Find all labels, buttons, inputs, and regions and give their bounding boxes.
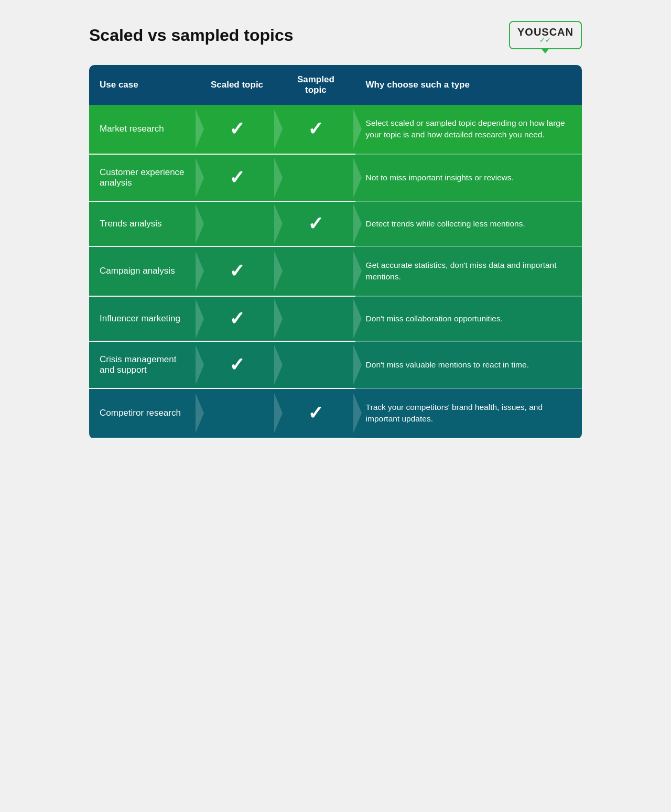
table-row: Customer experience analysis✓Not to miss… [89, 154, 582, 201]
table-body: Market research✓✓Select scaled or sample… [89, 105, 582, 438]
use-case-cell: Competiror research [89, 388, 198, 438]
scaled-cell [198, 201, 276, 246]
checkmark-icon: ✓ [229, 168, 245, 187]
sampled-cell [276, 341, 355, 388]
reason-cell: Detect trends while collecting less ment… [355, 201, 582, 246]
reason-cell: Not to miss important insights or review… [355, 154, 582, 201]
checkmark-icon: ✓ [229, 355, 245, 374]
reason-cell: Select scaled or sampled topic depending… [355, 105, 582, 154]
use-case-cell: Campaign analysis [89, 246, 198, 296]
table-container: Use case Scaled topic Sampled topic Why … [89, 65, 582, 439]
sampled-cell [276, 296, 355, 341]
col-why: Why choose such a type [355, 65, 582, 105]
reason-cell: Track your competitors' brand health, is… [355, 388, 582, 438]
sampled-cell [276, 154, 355, 201]
logo: YOUSCAN ✓✓ [509, 21, 582, 49]
logo-inner: YOUSCAN ✓✓ [517, 26, 573, 44]
table-row: Trends analysis✓Detect trends while coll… [89, 201, 582, 246]
table-row: Market research✓✓Select scaled or sample… [89, 105, 582, 154]
checkmark-icon: ✓ [308, 214, 323, 233]
table-row: Crisis management and support✓Don't miss… [89, 341, 582, 388]
sampled-cell: ✓ [276, 105, 355, 154]
use-case-cell: Trends analysis [89, 201, 198, 246]
table-row: Competiror research✓Track your competito… [89, 388, 582, 438]
sampled-cell: ✓ [276, 388, 355, 438]
table-row: Campaign analysis✓Get accurate statistic… [89, 246, 582, 296]
checkmark-icon: ✓ [229, 120, 245, 138]
table-row: Influencer marketing✓Don't miss collabor… [89, 296, 582, 341]
sampled-cell: ✓ [276, 201, 355, 246]
scaled-cell: ✓ [198, 246, 276, 296]
header: Scaled vs sampled topics YOUSCAN ✓✓ [89, 21, 582, 49]
reason-cell: Don't miss collaboration opportunities. [355, 296, 582, 341]
reason-cell: Get accurate statistics, don't miss data… [355, 246, 582, 296]
scaled-cell: ✓ [198, 154, 276, 201]
use-case-cell: Crisis management and support [89, 341, 198, 388]
checkmark-icon: ✓ [229, 262, 245, 280]
page-title: Scaled vs sampled topics [89, 26, 294, 45]
table-header: Use case Scaled topic Sampled topic Why … [89, 65, 582, 105]
scaled-cell: ✓ [198, 105, 276, 154]
reason-cell: Don't miss valuable mentions to react in… [355, 341, 582, 388]
use-case-cell: Customer experience analysis [89, 154, 198, 201]
use-case-cell: Market research [89, 105, 198, 154]
scaled-cell: ✓ [198, 296, 276, 341]
header-row: Use case Scaled topic Sampled topic Why … [89, 65, 582, 105]
col-sampled-topic: Sampled topic [276, 65, 355, 105]
use-case-cell: Influencer marketing [89, 296, 198, 341]
scaled-cell: ✓ [198, 341, 276, 388]
checkmark-icon: ✓ [308, 120, 323, 138]
col-scaled-topic: Scaled topic [198, 65, 276, 105]
logo-checkmark-icon: ✓✓ [539, 36, 551, 44]
page-wrapper: Scaled vs sampled topics YOUSCAN ✓✓ Use … [73, 0, 598, 460]
checkmark-icon: ✓ [308, 404, 323, 423]
scaled-cell [198, 388, 276, 438]
checkmark-icon: ✓ [229, 309, 245, 328]
sampled-cell [276, 246, 355, 296]
comparison-table: Use case Scaled topic Sampled topic Why … [89, 65, 582, 439]
col-use-case: Use case [89, 65, 198, 105]
